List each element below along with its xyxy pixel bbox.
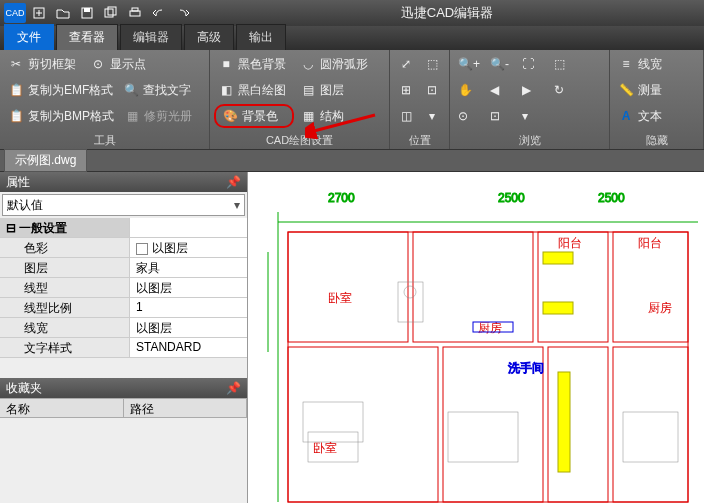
quick-access-toolbar: CAD [4, 3, 194, 23]
tab-viewer[interactable]: 查看器 [56, 24, 118, 50]
pos-btn-6[interactable]: ▾ [420, 104, 444, 128]
pos-btn-1[interactable]: ⤢ [394, 52, 418, 76]
properties-table: ⊟ 一般设置 色彩以图层 图层家具 线型以图层 线型比例1 线宽以图层 文字样式… [0, 218, 247, 358]
favorites-header-row: 名称 路径 [0, 398, 247, 418]
nav-prev-button[interactable]: ◀ [486, 78, 516, 102]
fav-col-name[interactable]: 名称 [0, 399, 124, 417]
smooth-arc-button[interactable]: ◡圆滑弧形 [296, 52, 376, 76]
text-icon: A [618, 108, 634, 124]
tab-output[interactable]: 输出 [236, 24, 286, 50]
trim-icon: ▦ [124, 108, 140, 124]
structure-button[interactable]: ▦结构 [296, 104, 376, 128]
arc-icon: ◡ [300, 56, 316, 72]
pin-icon-2[interactable]: 📌 [226, 381, 241, 395]
zoom-out-button[interactable]: 🔍- [486, 52, 516, 76]
black-bg-button[interactable]: ■黑色背景 [214, 52, 294, 76]
pos-btn-3[interactable]: ⊞ [394, 78, 418, 102]
section-general[interactable]: ⊟ 一般设置 [0, 218, 247, 238]
prop-row-linetype[interactable]: 线型以图层 [0, 278, 247, 298]
default-combo[interactable]: 默认值 ▾ [2, 194, 245, 216]
cad-drawing: 2700 2500 2500 [248, 172, 704, 503]
nav-next-button[interactable]: ▶ [518, 78, 548, 102]
properties-title: 属性 [6, 174, 30, 191]
svg-point-25 [404, 286, 416, 298]
bw-draw-button[interactable]: ◧黑白绘图 [214, 78, 294, 102]
nav-btn-10[interactable]: ⊡ [486, 104, 516, 128]
zoom-win-button[interactable]: ⬚ [550, 52, 580, 76]
svg-rect-8 [132, 8, 138, 11]
color-chk[interactable] [136, 243, 148, 255]
svg-text:厨房: 厨房 [648, 301, 672, 315]
pan-button[interactable]: ✋ [454, 78, 484, 102]
redo-icon[interactable] [172, 3, 194, 23]
pos-btn-4[interactable]: ⊡ [420, 78, 444, 102]
svg-text:2500: 2500 [498, 191, 525, 205]
ribbon: ✂剪切框架 ⊙显示点 📋复制为EMF格式 🔍查找文字 📋复制为BMP格式 ▦修剪… [0, 50, 704, 150]
bw-icon: ◧ [218, 82, 234, 98]
bmp-icon: 📋 [8, 108, 24, 124]
layer-icon: ▤ [300, 82, 316, 98]
side-panels: 属性 📌 默认值 ▾ ⊟ 一般设置 色彩以图层 图层家具 线型以图层 线型比例1… [0, 172, 248, 503]
zoom-in-button[interactable]: 🔍+ [454, 52, 484, 76]
svg-text:阳台: 阳台 [558, 236, 582, 250]
layer-button[interactable]: ▤图层 [296, 78, 376, 102]
crop-frame-button[interactable]: ✂剪切框架 [4, 52, 84, 76]
bg-color-button[interactable]: 🎨背景色 [214, 104, 294, 128]
zoom-ext-button[interactable]: ⛶ [518, 52, 548, 76]
prop-row-color[interactable]: 色彩以图层 [0, 238, 247, 258]
app-logo: CAD [4, 3, 26, 23]
pos-btn-2[interactable]: ⬚ [420, 52, 444, 76]
prop-row-textstyle[interactable]: 文字样式STANDARD [0, 338, 247, 358]
new-icon[interactable] [28, 3, 50, 23]
text-button[interactable]: A文本 [614, 104, 694, 128]
bgcolor-icon: 🎨 [222, 108, 238, 124]
svg-rect-30 [543, 252, 573, 264]
saveall-icon[interactable] [100, 3, 122, 23]
svg-rect-7 [130, 11, 140, 16]
svg-rect-16 [288, 232, 408, 342]
favorites-panel-header: 收藏夹 📌 [0, 378, 247, 398]
nav-btn-9[interactable]: ⊙ [454, 104, 484, 128]
refresh-button[interactable]: ↻ [550, 78, 580, 102]
svg-text:卧室: 卧室 [313, 441, 337, 455]
properties-panel-header: 属性 📌 [0, 172, 247, 192]
measure-button[interactable]: 📏测量 [614, 78, 694, 102]
save-icon[interactable] [76, 3, 98, 23]
doc-tab-active[interactable]: 示例图.dwg [4, 149, 87, 172]
drawing-canvas[interactable]: 2700 2500 2500 [248, 172, 704, 503]
svg-rect-22 [548, 347, 608, 502]
svg-rect-26 [303, 402, 363, 442]
copy-bmp-button[interactable]: 📋复制为BMP格式 [4, 104, 118, 128]
svg-rect-5 [105, 9, 113, 17]
prop-row-layer[interactable]: 图层家具 [0, 258, 247, 278]
tab-file[interactable]: 文件 [4, 24, 54, 50]
tab-advanced[interactable]: 高级 [184, 24, 234, 50]
print-icon[interactable] [124, 3, 146, 23]
linewidth-button[interactable]: ≡线宽 [614, 52, 694, 76]
svg-text:阳台: 阳台 [638, 236, 662, 250]
svg-rect-23 [613, 347, 688, 502]
copy-emf-button[interactable]: 📋复制为EMF格式 [4, 78, 117, 102]
open-icon[interactable] [52, 3, 74, 23]
group-label-tools: 工具 [4, 133, 205, 149]
prop-row-ltscale[interactable]: 线型比例1 [0, 298, 247, 318]
show-points-button[interactable]: ⊙显示点 [86, 52, 166, 76]
favorites-title: 收藏夹 [6, 380, 42, 397]
lw-icon: ≡ [618, 56, 634, 72]
emf-icon: 📋 [8, 82, 24, 98]
search-icon: 🔍 [123, 82, 139, 98]
svg-rect-6 [108, 7, 116, 15]
find-text-button[interactable]: 🔍查找文字 [119, 78, 199, 102]
ribbon-group-cad-settings: ■黑色背景 ◡圆滑弧形 ◧黑白绘图 ▤图层 🎨背景色 ▦结构 CAD绘图设置 [210, 50, 390, 149]
prop-row-lineweight[interactable]: 线宽以图层 [0, 318, 247, 338]
trim-album-button[interactable]: ▦修剪光册 [120, 104, 200, 128]
nav-btn-11[interactable]: ▾ [518, 104, 548, 128]
tab-editor[interactable]: 编辑器 [120, 24, 182, 50]
undo-icon[interactable] [148, 3, 170, 23]
ribbon-tabs: 文件 查看器 编辑器 高级 输出 [0, 26, 704, 50]
pin-icon[interactable]: 📌 [226, 175, 241, 189]
svg-rect-27 [448, 412, 518, 462]
fav-col-path[interactable]: 路径 [124, 399, 248, 417]
crop-icon: ✂ [8, 56, 24, 72]
pos-btn-5[interactable]: ◫ [394, 104, 418, 128]
